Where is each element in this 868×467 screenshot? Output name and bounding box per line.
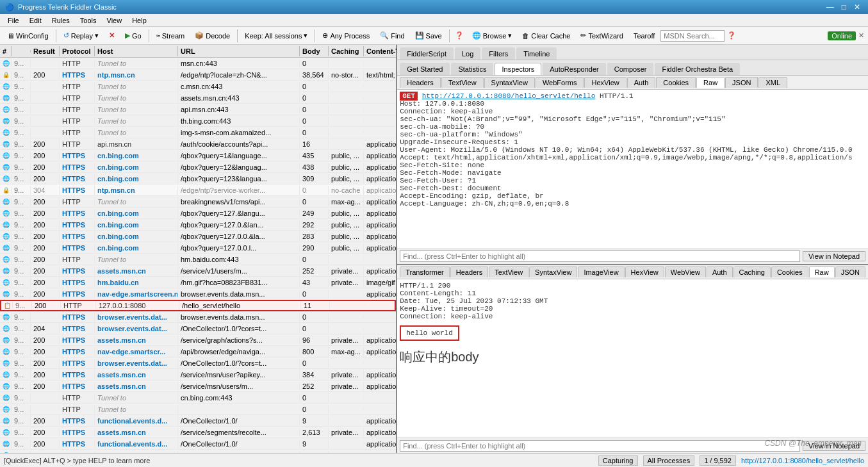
req-tab-headers[interactable]: Headers [400,77,441,88]
table-row[interactable]: 🔒 9... 304 HTTPS ntp.msn.cn /edge/ntp?se… [0,184,396,196]
menu-edit[interactable]: Edit [24,15,47,26]
table-row[interactable]: 📋 9... 200 HTTP 127.0.0.1:8080 /hello_se… [0,300,396,311]
response-find-input[interactable] [400,440,800,452]
winconfig-button[interactable]: 🖥 WinConfig [3,30,53,42]
table-row[interactable]: 🌐 9... 200 HTTPS assets.msn.cn /service/… [0,334,396,346]
resp-tab-syntaxview[interactable]: SyntaxView [529,266,577,277]
th-body[interactable]: Body [300,46,329,56]
request-url[interactable]: http://127.0.0.1:8080/hello_servlet/hell… [422,92,596,100]
decode-button[interactable]: 📦 Decode [190,29,234,42]
table-row[interactable]: 🌐 9... 200 HTTPS hm.baidu.cn /hm.gif?hca… [0,277,396,288]
tab-composer[interactable]: Composer [607,63,654,75]
table-row[interactable]: 🌐 9... 200 HTTPS cn.bing.com /qbox?query… [0,242,396,254]
response-view-notepad-button[interactable]: View in Notepad [803,441,865,451]
resp-tab-cookies[interactable]: Cookies [771,266,808,277]
table-row[interactable]: 🌐 9... HTTP Tunnel to bizapi.csdn.net:44… [0,450,396,453]
req-tab-hexview[interactable]: HexView [584,77,626,88]
clear-cache-button[interactable]: 🗑 Clear Cache [518,30,575,42]
tab-log[interactable]: Log [455,47,480,60]
table-row[interactable]: 🌐 9... 200 HTTPS assets.msn.cn /service/… [0,427,396,438]
save-button[interactable]: 💾 Save [411,29,446,42]
th-protocol[interactable]: Protocol [60,46,95,56]
maximize-button[interactable]: □ [839,3,849,12]
table-row[interactable]: 🌐 9... 200 HTTP api.msn.cn /auth/cookie/… [0,138,396,150]
tab-autoresponder[interactable]: AutoResponder [543,63,605,75]
all-processes-status[interactable]: All Processes [643,455,695,466]
tab-timeline[interactable]: Timeline [516,47,557,60]
any-process-button[interactable]: ⊕ Any Process [318,29,374,42]
browse-button[interactable]: 🌐 Browse ▾ [468,29,517,42]
msdn-search-input[interactable] [660,30,725,42]
table-row[interactable]: 🌐 9... 200 HTTP Tunnel to breakingnews/v… [0,196,396,208]
tab-get-started[interactable]: Get Started [400,63,450,75]
request-view-notepad-button[interactable]: View in Notepad [803,251,865,261]
table-row[interactable]: 🌐 9... 200 HTTPS cn.bing.com /qbox?query… [0,173,396,184]
table-row[interactable]: 🌐 9... 200 HTTPS nav-edge.smartscreen.m.… [0,288,396,300]
th-url[interactable]: URL [178,46,300,56]
req-tab-webforms[interactable]: WebForms [536,77,584,88]
table-row[interactable]: 🌐 9... HTTP Tunnel to api.msn.cn:443 0 m… [0,104,396,115]
menu-file[interactable]: File [3,15,24,26]
req-tab-json[interactable]: JSON [725,77,758,88]
table-row[interactable]: 🌐 9... HTTP Tunnel to img-s-msn-com.akam… [0,127,396,138]
table-row[interactable]: 🌐 9... 200 HTTPS browser.events.dat... /… [0,357,396,369]
menu-view[interactable]: View [102,15,127,26]
close-button[interactable]: ✕ [851,3,863,12]
table-row[interactable]: 🌐 9... 200 HTTPS cn.bing.com /qbox?query… [0,219,396,231]
table-row[interactable]: 🌐 9... HTTP Tunnel to th.bing.com:443 0 … [0,115,396,127]
table-row[interactable]: 🌐 9... HTTP Tunnel to msn.cn:443 0 msedg… [0,58,396,69]
keep-sessions-button[interactable]: Keep: All sessions ▾ [240,29,312,42]
table-row[interactable]: 🌐 9... HTTP Tunnel to assets.msn.cn:443 … [0,92,396,104]
table-row[interactable]: 🌐 9... HTTP Tunnel to cn.bing.com:443 0 … [0,392,396,404]
tab-orchestra[interactable]: Fiddler Orchestra Beta [655,63,740,75]
table-row[interactable]: 🌐 9... 200 HTTPS cn.bing.com /qbox?query… [0,208,396,219]
minimize-button[interactable]: — [824,3,837,12]
table-row[interactable]: 🌐 9... 200 HTTPS assets.msn.cn /service/… [0,265,396,277]
table-row[interactable]: 🌐 9... HTTP Tunnel to 0 msedg... [0,404,396,415]
resp-tab-json[interactable]: JSON [835,266,865,277]
resp-tab-textview[interactable]: TextView [489,266,528,277]
req-tab-textview[interactable]: TextView [441,77,484,88]
remove-button[interactable]: ✕ [104,29,119,42]
resp-tab-hexview[interactable]: HexView [625,266,664,277]
tearoff-button[interactable]: Tearoff [629,30,659,42]
stream-button[interactable]: ≈ Stream [152,30,190,42]
table-row[interactable]: 🌐 9... 200 HTTPS cn.bing.com /qbox?query… [0,161,396,173]
req-tab-syntaxview[interactable]: SyntaxView [484,77,535,88]
table-row[interactable]: 🌐 9... 204 HTTPS browser.events.dat... /… [0,323,396,334]
table-row[interactable]: 🌐 9... 200 HTTP Tunnel to hm.baidu.com:4… [0,254,396,265]
th-host[interactable]: Host [95,46,178,56]
request-find-input[interactable] [400,250,800,262]
status-url[interactable]: http://127.0.0.1:8080/hello_servlet/hell… [741,457,864,464]
table-row[interactable]: 🌐 9... 200 HTTPS assets.msn.cn /service/… [0,369,396,381]
req-tab-cookies[interactable]: Cookies [656,77,696,88]
table-row[interactable]: 🌐 9... HTTPS browser.events.dat... brows… [0,311,396,323]
resp-tab-webview[interactable]: WebView [665,266,706,277]
resp-tab-headers[interactable]: Headers [450,266,489,277]
replay-button[interactable]: ↺ Replay ▾ [59,29,103,42]
tab-fiddlerscript[interactable]: FiddlerScript [400,47,454,60]
th-caching[interactable]: Caching [329,46,364,56]
th-result[interactable]: Result [31,46,60,56]
req-tab-raw[interactable]: Raw [696,77,725,88]
resp-tab-transformer[interactable]: Transformer [400,266,450,277]
table-row[interactable]: 🌐 9... HTTP Tunnel to c.msn.cn:443 0 mse… [0,81,396,92]
table-row[interactable]: 🌐 9... 200 HTTPS functional.events.d... … [0,438,396,450]
resp-tab-caching[interactable]: Caching [733,266,771,277]
capturing-status[interactable]: Capturing [598,455,638,466]
table-row[interactable]: 🌐 9... 200 HTTPS functional.events.d... … [0,415,396,427]
resp-tab-imageview[interactable]: ImageView [578,266,624,277]
go-button[interactable]: ▶ Go [120,29,146,42]
table-row[interactable]: 🔒 9... 200 HTTPS ntp.msn.cn /edge/ntp?lo… [0,69,396,81]
online-close-icon[interactable]: ✕ [857,31,865,40]
th-num[interactable] [12,50,31,53]
tab-filters[interactable]: Filters [482,47,515,60]
table-row[interactable]: 🌐 9... 200 HTTPS assets.msn.cn /service/… [0,381,396,392]
table-row[interactable]: 🌐 9... 200 HTTPS cn.bing.com /qbox?query… [0,231,396,242]
text-wizard-button[interactable]: ✏ TextWizard [576,29,627,42]
resp-tab-raw[interactable]: Raw [809,266,835,277]
th-icon[interactable]: # [0,46,12,56]
table-row[interactable]: 🌐 9... 200 HTTPS cn.bing.com /qbox?query… [0,150,396,161]
tab-statistics[interactable]: Statistics [451,63,493,75]
table-row[interactable]: 🌐 9... 200 HTTPS nav-edge.smartscr... /a… [0,346,396,357]
